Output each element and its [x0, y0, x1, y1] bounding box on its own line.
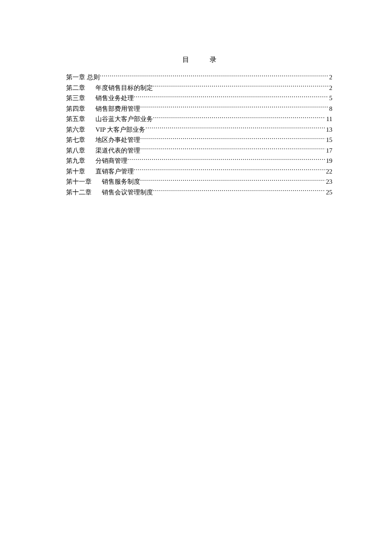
chapter-title: 分销商管理: [95, 156, 127, 166]
document-content: 目录 第一章总则2第二章年度销售目标的制定2第三章销售业务处理5第四章销售部费用…: [66, 55, 332, 197]
toc-leader-dots: [140, 104, 329, 111]
toc-entry: 第三章销售业务处理5: [66, 93, 332, 104]
toc-list: 第一章总则2第二章年度销售目标的制定2第三章销售业务处理5第四章销售部费用管理8…: [66, 72, 332, 197]
toc-entry: 第八章渠道代表的管理17: [66, 145, 332, 156]
chapter-title: 销售服务制度: [102, 176, 140, 187]
toc-entry: 第七章地区办事处管理15: [66, 135, 332, 145]
toc-entry: 第五章山谷蓝大客户部业务11: [66, 114, 332, 124]
toc-entry: 第十章直销客户管理22: [66, 166, 332, 177]
toc-leader-dots: [140, 146, 325, 153]
page-number: 23: [325, 176, 332, 187]
page-number: 25: [325, 187, 332, 198]
chapter-label: 第七章: [66, 135, 85, 145]
chapter-title: 渠道代表的管理: [95, 145, 140, 156]
chapter-title: 直销客户管理: [95, 166, 134, 177]
chapter-title: 销售部费用管理: [95, 104, 140, 114]
toc-leader-dots: [100, 73, 329, 79]
chapter-title: 山谷蓝大客户部业务: [95, 114, 153, 124]
chapter-label: 第十二章: [66, 187, 92, 198]
toc-entry: 第十一章销售服务制度23: [66, 176, 332, 187]
toc-leader-dots: [153, 84, 329, 90]
page-number: 15: [325, 135, 332, 145]
chapter-label: 第六章: [66, 124, 85, 135]
toc-heading: 目录: [66, 55, 332, 64]
page-number: 2: [329, 72, 333, 83]
toc-leader-dots: [153, 188, 325, 194]
toc-leader-dots: [153, 115, 326, 121]
chapter-title: VIP 大客户部业务: [95, 124, 145, 135]
page-number: 5: [329, 93, 333, 104]
chapter-label: 第三章: [66, 93, 85, 104]
toc-leader-dots: [134, 167, 325, 173]
toc-leader-dots: [145, 125, 325, 132]
chapter-label: 第一章: [66, 72, 85, 83]
chapter-label: 第十章: [66, 166, 85, 177]
toc-entry: 第二章年度销售目标的制定2: [66, 83, 332, 93]
toc-leader-dots: [134, 94, 329, 100]
page-number: 2: [329, 83, 333, 93]
chapter-label: 第九章: [66, 156, 85, 166]
chapter-title: 地区办事处管理: [95, 135, 140, 145]
toc-entry: 第九章分销商管理19: [66, 156, 332, 166]
toc-entry: 第六章VIP 大客户部业务13: [66, 124, 332, 135]
toc-leader-dots: [140, 136, 325, 142]
chapter-title: 销售会议管理制度: [102, 187, 153, 198]
chapter-title: 年度销售目标的制定: [95, 83, 153, 93]
chapter-label: 第八章: [66, 145, 85, 156]
chapter-label: 第四章: [66, 104, 85, 114]
page-number: 22: [325, 166, 332, 177]
page-number: 11: [326, 114, 332, 124]
chapter-label: 第二章: [66, 83, 85, 93]
page-number: 13: [325, 124, 332, 135]
chapter-label: 第十一章: [66, 176, 92, 187]
chapter-title: 销售业务处理: [95, 93, 134, 104]
chapter-title: 总则: [87, 72, 100, 83]
page-number: 8: [329, 104, 333, 114]
toc-leader-dots: [140, 177, 325, 184]
toc-entry: 第四章销售部费用管理8: [66, 104, 332, 114]
chapter-label: 第五章: [66, 114, 85, 124]
page-number: 17: [325, 145, 332, 156]
page-number: 19: [325, 156, 332, 166]
toc-entry: 第一章总则2: [66, 72, 332, 83]
toc-leader-dots: [127, 156, 325, 163]
toc-entry: 第十二章销售会议管理制度25: [66, 187, 332, 198]
